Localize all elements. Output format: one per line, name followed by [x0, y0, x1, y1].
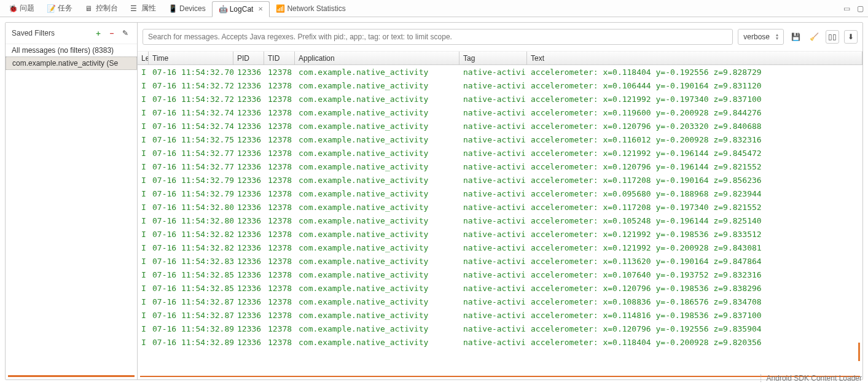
cell-level: I — [138, 270, 149, 279]
col-tid[interactable]: TID — [264, 52, 295, 64]
cell-tag: native-activi — [459, 149, 527, 158]
device-icon: 📱 — [168, 4, 177, 13]
tab-label: Network Statistics — [287, 4, 345, 13]
cell-app: com.example.native_activity — [295, 95, 459, 104]
col-pid[interactable]: PID — [233, 52, 264, 64]
cell-tag: native-activi — [459, 203, 527, 212]
table-row[interactable]: I07-16 11:54:32.851233612378com.example.… — [138, 281, 862, 295]
cell-app: com.example.native_activity — [295, 230, 459, 239]
cell-tid: 12378 — [264, 95, 295, 104]
scroll-lock-button[interactable]: ⬇ — [844, 30, 858, 44]
level-value: verbose — [743, 33, 770, 41]
saved-filters-sidebar: Saved Filters ＋ － ✎ All messages (no fil… — [6, 23, 138, 379]
cell-level: I — [138, 189, 149, 198]
add-filter-button[interactable]: ＋ — [93, 28, 104, 39]
cell-tag: native-activi — [459, 230, 527, 239]
clear-log-button[interactable]: 🧹 — [807, 30, 821, 44]
table-row[interactable]: I07-16 11:54:32.871233612378com.example.… — [138, 308, 862, 322]
tab-logcat[interactable]: 🤖LogCat ✕ — [212, 1, 270, 17]
table-row[interactable]: I07-16 11:54:32.891233612378com.example.… — [138, 335, 862, 349]
cell-time: 07-16 11:54:32.77 — [149, 162, 233, 171]
bug-icon: 🐞 — [9, 4, 17, 13]
tab-devices[interactable]: 📱Devices — [162, 1, 212, 17]
table-row[interactable]: I07-16 11:54:32.801233612378com.example.… — [138, 214, 862, 227]
table-row[interactable]: I07-16 11:54:32.831233612378com.example.… — [138, 254, 862, 268]
sidebar-underline — [8, 375, 135, 377]
cell-tag: native-activi — [459, 122, 527, 131]
sidebar-header: Saved Filters ＋ － ✎ — [6, 23, 137, 44]
sidebar-item-all[interactable]: All messages (no filters) (8383) — [6, 44, 137, 56]
tab-console[interactable]: 🖥控制台 — [79, 1, 124, 17]
table-row[interactable]: I07-16 11:54:32.891233612378com.example.… — [138, 322, 862, 335]
table-row[interactable]: I07-16 11:54:32.701233612378com.example.… — [138, 65, 862, 79]
cell-level: I — [138, 68, 149, 77]
cell-tag: native-activi — [459, 311, 527, 320]
cell-time: 07-16 11:54:32.89 — [149, 338, 233, 347]
table-header: Le Time PID TID Application Tag Text — [138, 52, 862, 65]
col-text[interactable]: Text — [527, 52, 862, 64]
cell-app: com.example.native_activity — [295, 311, 459, 320]
cell-text: accelerometer: x=0.117208 y=-0.190164 z=… — [527, 176, 862, 185]
cell-pid: 12336 — [233, 270, 264, 279]
tab-network[interactable]: 📶Network Statistics — [270, 1, 351, 17]
tab-problems[interactable]: 🐞问题 — [2, 1, 41, 17]
sidebar-item-app[interactable]: com.example.native_activity (Se — [6, 56, 137, 70]
cell-tag: native-activi — [459, 95, 527, 104]
table-row[interactable]: I07-16 11:54:32.751233612378com.example.… — [138, 133, 862, 146]
table-row[interactable]: I07-16 11:54:32.771233612378com.example.… — [138, 160, 862, 173]
remove-filter-button[interactable]: － — [106, 28, 117, 39]
col-app[interactable]: Application — [295, 52, 459, 64]
cell-text: accelerometer: x=0.120796 y=-0.196144 z=… — [527, 162, 862, 171]
tab-label: 控制台 — [96, 3, 118, 14]
console-icon: 🖥 — [85, 4, 93, 13]
table-row[interactable]: I07-16 11:54:32.821233612378com.example.… — [138, 227, 862, 241]
cell-text: accelerometer: x=0.113620 y=-0.190164 z=… — [527, 257, 862, 266]
cell-tag: native-activi — [459, 270, 527, 279]
table-row[interactable]: I07-16 11:54:32.821233612378com.example.… — [138, 241, 862, 254]
col-level[interactable]: Le — [138, 52, 149, 64]
cell-pid: 12336 — [233, 216, 264, 225]
col-tag[interactable]: Tag — [459, 52, 527, 64]
table-row[interactable]: I07-16 11:54:32.871233612378com.example.… — [138, 295, 862, 308]
edit-filter-button[interactable]: ✎ — [120, 28, 131, 39]
cell-tid: 12378 — [264, 81, 295, 90]
tab-tasks[interactable]: 📝任务 — [41, 1, 79, 17]
table-row[interactable]: I07-16 11:54:32.771233612378com.example.… — [138, 146, 862, 160]
cell-level: I — [138, 324, 149, 333]
minimize-icon[interactable]: ▭ — [841, 3, 852, 14]
save-log-button[interactable]: 💾 — [789, 30, 802, 44]
search-input[interactable] — [143, 29, 733, 45]
cell-level: I — [138, 297, 149, 306]
table-row[interactable]: I07-16 11:54:32.791233612378com.example.… — [138, 173, 862, 187]
cell-time: 07-16 11:54:32.72 — [149, 81, 233, 90]
cell-time: 07-16 11:54:32.75 — [149, 135, 233, 144]
cell-time: 07-16 11:54:32.79 — [149, 189, 233, 198]
table-row[interactable]: I07-16 11:54:32.791233612378com.example.… — [138, 187, 862, 200]
scrollbar-indicator[interactable] — [858, 343, 860, 361]
cell-app: com.example.native_activity — [295, 81, 459, 90]
cell-time: 07-16 11:54:32.79 — [149, 176, 233, 185]
cell-tid: 12378 — [264, 284, 295, 293]
cell-tid: 12378 — [264, 122, 295, 131]
table-row[interactable]: I07-16 11:54:32.741233612378com.example.… — [138, 106, 862, 119]
table-row[interactable]: I07-16 11:54:32.851233612378com.example.… — [138, 268, 862, 281]
cell-tag: native-activi — [459, 216, 527, 225]
table-row[interactable]: I07-16 11:54:32.721233612378com.example.… — [138, 92, 862, 106]
table-row[interactable]: I07-16 11:54:32.801233612378com.example.… — [138, 200, 862, 214]
table-row[interactable]: I07-16 11:54:32.741233612378com.example.… — [138, 119, 862, 133]
cell-level: I — [138, 216, 149, 225]
tab-bar: 🐞问题 📝任务 🖥控制台 ☰属性 📱Devices 🤖LogCat ✕ 📶Net… — [0, 0, 868, 17]
table-row[interactable]: I07-16 11:54:32.721233612378com.example.… — [138, 79, 862, 92]
properties-icon: ☰ — [130, 4, 139, 13]
cell-app: com.example.native_activity — [295, 338, 459, 347]
toggle-view-button[interactable]: ▯▯ — [826, 30, 839, 44]
cell-tag: native-activi — [459, 135, 527, 144]
cell-tid: 12378 — [264, 68, 295, 77]
close-icon[interactable]: ✕ — [258, 6, 263, 12]
col-time[interactable]: Time — [149, 52, 233, 64]
level-select[interactable]: verbose — [738, 29, 784, 45]
maximize-icon[interactable]: ▢ — [854, 3, 866, 14]
cell-app: com.example.native_activity — [295, 189, 459, 198]
cell-tid: 12378 — [264, 176, 295, 185]
tab-properties[interactable]: ☰属性 — [124, 1, 162, 17]
